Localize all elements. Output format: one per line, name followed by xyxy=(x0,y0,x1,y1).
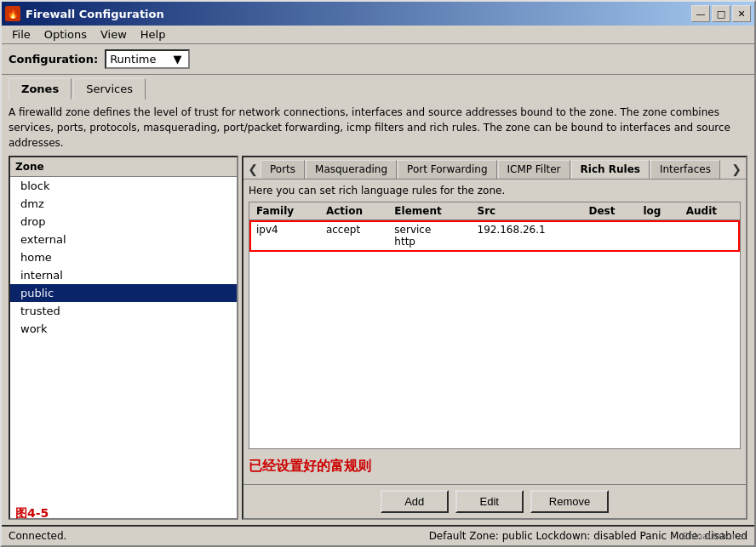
col-log: log xyxy=(636,202,679,220)
status-left: Connected. xyxy=(9,530,66,542)
rich-rules-description: Here you can set rich language rules for… xyxy=(249,185,741,197)
zone-item-work[interactable]: work xyxy=(10,320,237,338)
cell-log xyxy=(636,220,679,252)
close-button[interactable]: ✕ xyxy=(732,5,751,22)
toolbar: Configuration: Runtime ▼ xyxy=(2,44,754,75)
titlebar-left: 🔥 Firewall Configuration xyxy=(5,6,164,21)
titlebar: 🔥 Firewall Configuration — □ ✕ xyxy=(2,2,754,26)
app-icon: 🔥 xyxy=(5,6,20,21)
tab-services[interactable]: Services xyxy=(73,78,146,100)
col-action: Action xyxy=(319,202,387,220)
config-value: Runtime xyxy=(110,53,156,66)
table-row[interactable]: ipv4 accept servicehttp 192.168.26.1 xyxy=(249,220,740,252)
cell-family: ipv4 xyxy=(249,220,319,252)
cell-src: 192.168.26.1 xyxy=(471,220,582,252)
menu-help[interactable]: Help xyxy=(134,26,173,43)
main-tabs: Zones Services xyxy=(2,75,754,100)
sub-tab-masquerading[interactable]: Masquerading xyxy=(306,160,397,179)
cell-dest xyxy=(581,220,636,252)
sub-tabs-container: ❮ Ports Masquerading Port Forwarding ICM… xyxy=(243,157,746,179)
zone-list[interactable]: block dmz drop external home internal pu… xyxy=(10,177,237,518)
zone-item-block[interactable]: block xyxy=(10,177,237,195)
col-element: Element xyxy=(387,202,470,220)
col-dest: Dest xyxy=(581,202,636,220)
statusbar: Connected. Default Zone: public Lockdown… xyxy=(2,525,754,545)
zone-item-home[interactable]: home xyxy=(10,248,237,266)
col-src: Src xyxy=(471,202,582,220)
zone-item-external[interactable]: external xyxy=(10,231,237,248)
scroll-left-button[interactable]: ❮ xyxy=(245,160,261,179)
zone-item-internal[interactable]: internal xyxy=(10,266,237,284)
config-dropdown[interactable]: Runtime ▼ xyxy=(105,49,190,69)
sub-tab-rich-rules[interactable]: Rich Rules xyxy=(571,160,650,179)
annotation-text: 已经设置好的富规则 xyxy=(249,454,741,479)
rules-table: Family Action Element Src Dest log Audit xyxy=(249,202,740,252)
sub-tab-icmp-filter[interactable]: ICMP Filter xyxy=(498,160,570,179)
zone-panel: Zone block dmz drop external home intern… xyxy=(9,156,238,520)
add-button[interactable]: Add xyxy=(381,490,449,513)
bottom-buttons: Add Edit Remove xyxy=(243,484,746,518)
tab-zones[interactable]: Zones xyxy=(9,78,72,100)
dropdown-arrow: ▼ xyxy=(173,53,181,66)
corner-watermark: ChinaUnix.net xyxy=(681,531,747,542)
watermark: 图4-5 xyxy=(15,506,49,521)
rules-table-container[interactable]: Family Action Element Src Dest log Audit xyxy=(249,202,741,449)
sub-tabs: Ports Masquerading Port Forwarding ICMP … xyxy=(261,160,729,179)
zone-item-drop[interactable]: drop xyxy=(10,213,237,231)
minimize-button[interactable]: — xyxy=(691,5,710,22)
menubar: File Options View Help xyxy=(2,26,754,44)
content-area: A firewalld zone defines the level of tr… xyxy=(2,100,754,525)
zone-item-trusted[interactable]: trusted xyxy=(10,302,237,320)
window-title: Firewall Configuration xyxy=(26,8,164,20)
cell-audit xyxy=(679,220,740,252)
cell-element: servicehttp xyxy=(387,220,470,252)
sub-tab-interfaces[interactable]: Interfaces xyxy=(650,160,720,179)
rich-rules-panel: Here you can set rich language rules for… xyxy=(243,179,746,484)
col-family: Family xyxy=(249,202,319,220)
zone-item-public[interactable]: public xyxy=(10,284,237,302)
maximize-button[interactable]: □ xyxy=(712,5,730,22)
scroll-right-button[interactable]: ❯ xyxy=(729,160,744,179)
right-panel: ❮ Ports Masquerading Port Forwarding ICM… xyxy=(242,156,747,520)
config-label: Configuration: xyxy=(9,53,98,66)
zone-description: A firewalld zone defines the level of tr… xyxy=(9,105,747,151)
cell-action: accept xyxy=(319,220,387,252)
zone-header: Zone xyxy=(10,157,237,177)
zone-item-dmz[interactable]: dmz xyxy=(10,195,237,213)
sub-tab-ports[interactable]: Ports xyxy=(261,160,305,179)
main-panel: Zone block dmz drop external home intern… xyxy=(9,156,747,520)
remove-button[interactable]: Remove xyxy=(530,490,609,513)
menu-file[interactable]: File xyxy=(5,26,37,43)
titlebar-buttons: — □ ✕ xyxy=(691,5,751,22)
col-audit: Audit xyxy=(679,202,740,220)
edit-button[interactable]: Edit xyxy=(455,490,524,513)
menu-view[interactable]: View xyxy=(94,26,134,43)
sub-tab-port-forwarding[interactable]: Port Forwarding xyxy=(398,160,496,179)
menu-options[interactable]: Options xyxy=(37,26,94,43)
